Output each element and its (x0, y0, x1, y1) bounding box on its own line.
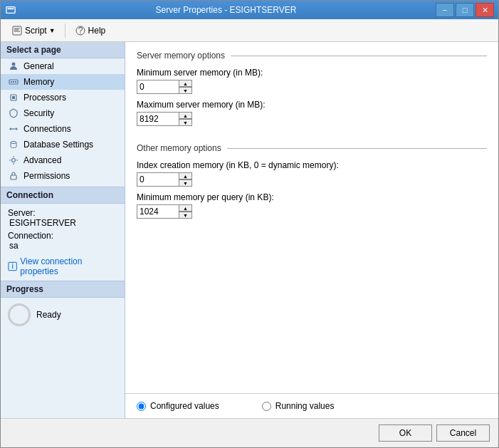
cancel-button[interactable]: Cancel (436, 424, 490, 442)
svg-point-18 (11, 142, 16, 144)
main-content: Select a page General Memory Processors (1, 42, 498, 418)
sidebar-item-security[interactable]: Security (1, 105, 125, 121)
configured-values-label: Configured values (150, 401, 219, 411)
advanced-icon (8, 155, 19, 166)
script-icon (11, 25, 23, 36)
sidebar-item-advanced-label: Advanced (23, 155, 61, 165)
right-panel: Server memory options Minimum server mem… (125, 42, 498, 393)
svg-rect-0 (6, 7, 15, 14)
main-window: Server Properties - ESIGHTSERVER − □ ✕ S… (0, 0, 499, 448)
running-values-option[interactable]: Running values (262, 401, 335, 411)
min-query-memory-input[interactable] (137, 204, 179, 219)
min-memory-spinner-buttons: ▲ ▼ (179, 80, 192, 94)
other-memory-title: Other memory options (137, 143, 221, 153)
sidebar-item-permissions[interactable]: Permissions (1, 168, 125, 184)
running-values-radio[interactable] (262, 402, 271, 411)
sidebar-item-security-label: Security (23, 108, 54, 118)
connection-label: Connection: (8, 231, 117, 241)
progress-section-title: Progress (1, 281, 125, 298)
svg-rect-11 (13, 81, 14, 83)
index-memory-down-button[interactable]: ▼ (179, 179, 192, 187)
svg-rect-1 (8, 8, 14, 9)
help-button[interactable]: ? Help (70, 23, 111, 38)
view-connection-properties-link[interactable]: i View connection properties (1, 255, 125, 281)
connections-icon (8, 123, 19, 135)
configured-values-option[interactable]: Configured values (137, 401, 219, 411)
sidebar-item-general-label: General (23, 61, 54, 71)
progress-content: Ready (1, 298, 125, 332)
connection-link-text: View connection properties (20, 256, 117, 276)
max-memory-input[interactable] (137, 112, 179, 126)
server-memory-section: Server memory options Minimum server mem… (137, 51, 487, 132)
script-dropdown-arrow[interactable]: ▼ (49, 27, 56, 34)
svg-point-15 (10, 128, 12, 130)
sidebar-item-memory[interactable]: Memory (1, 74, 125, 90)
sidebar-item-general[interactable]: General (1, 58, 125, 74)
sidebar-item-advanced[interactable]: Advanced (1, 152, 125, 168)
sidebar-item-processors-label: Processors (23, 93, 66, 103)
min-memory-label: Minimum server memory (in MB): (137, 68, 487, 78)
progress-spinner (8, 303, 31, 326)
toolbar-separator (65, 24, 65, 38)
index-memory-spinner: ▲ ▼ (137, 172, 194, 187)
processors-icon (8, 92, 19, 103)
sidebar-item-database-settings[interactable]: Database Settings (1, 137, 125, 152)
min-query-memory-up-button[interactable]: ▲ (179, 204, 192, 212)
sidebar-item-processors[interactable]: Processors (1, 90, 125, 105)
svg-rect-2 (13, 26, 21, 35)
connection-section: Connection Server: ESIGHTSERVER Connecti… (1, 187, 125, 281)
svg-rect-12 (15, 81, 16, 83)
server-memory-divider (231, 56, 487, 56)
svg-text:?: ? (78, 26, 83, 36)
svg-point-16 (16, 128, 18, 130)
maximize-button[interactable]: □ (456, 3, 474, 17)
max-memory-spinner: ▲ ▼ (137, 112, 194, 126)
configured-values-radio[interactable] (137, 402, 146, 411)
button-bar: OK Cancel (1, 418, 498, 447)
min-memory-input[interactable] (137, 80, 179, 94)
database-settings-icon (8, 139, 19, 150)
script-button[interactable]: Script ▼ (6, 23, 61, 38)
title-bar: Server Properties - ESIGHTSERVER − □ ✕ (1, 1, 498, 19)
min-query-memory-spinner-buttons: ▲ ▼ (179, 204, 192, 219)
server-memory-header: Server memory options (137, 51, 487, 61)
window-controls: − □ ✕ (436, 3, 494, 17)
svg-rect-14 (12, 96, 15, 99)
connection-section-title: Connection (1, 187, 125, 204)
radio-bar: Configured values Running values (125, 393, 498, 418)
toolbar: Script ▼ ? Help (1, 19, 498, 42)
server-label-text: Server: (8, 208, 36, 218)
index-memory-group: Index creation memory (in KB, 0 = dynami… (137, 160, 487, 187)
running-values-label: Running values (275, 401, 335, 411)
svg-text:i: i (11, 261, 14, 270)
min-query-memory-down-button[interactable]: ▼ (179, 212, 192, 219)
connection-info: Server: ESIGHTSERVER Connection: sa (1, 204, 125, 255)
sidebar-item-connections[interactable]: Connections (1, 121, 125, 137)
security-icon (8, 108, 19, 119)
svg-rect-24 (11, 175, 16, 179)
minimize-button[interactable]: − (436, 3, 454, 17)
max-memory-up-button[interactable]: ▲ (179, 112, 192, 119)
progress-section: Progress Ready (1, 281, 125, 332)
sidebar-item-connections-label: Connections (23, 124, 71, 134)
script-label: Script (25, 26, 47, 36)
min-memory-up-button[interactable]: ▲ (179, 80, 192, 87)
sidebar-item-permissions-label: Permissions (23, 171, 70, 181)
sidebar-item-memory-label: Memory (23, 77, 54, 87)
min-memory-down-button[interactable]: ▼ (179, 87, 192, 94)
svg-rect-10 (11, 81, 12, 83)
other-memory-section: Other memory options Index creation memo… (137, 143, 487, 224)
index-memory-spinner-buttons: ▲ ▼ (179, 172, 192, 187)
max-memory-down-button[interactable]: ▼ (179, 119, 192, 126)
svg-point-19 (12, 159, 16, 162)
ok-button[interactable]: OK (379, 424, 432, 442)
min-query-memory-label: Minimum memory per query (in KB): (137, 192, 487, 202)
index-memory-up-button[interactable]: ▲ (179, 172, 192, 179)
close-button[interactable]: ✕ (476, 3, 494, 17)
general-icon (8, 61, 19, 72)
right-area: Server memory options Minimum server mem… (125, 42, 498, 418)
min-query-memory-spinner: ▲ ▼ (137, 204, 194, 219)
index-memory-input[interactable] (137, 172, 179, 187)
connection-value: sa (8, 241, 117, 251)
sidebar-item-database-settings-label: Database Settings (23, 140, 93, 150)
